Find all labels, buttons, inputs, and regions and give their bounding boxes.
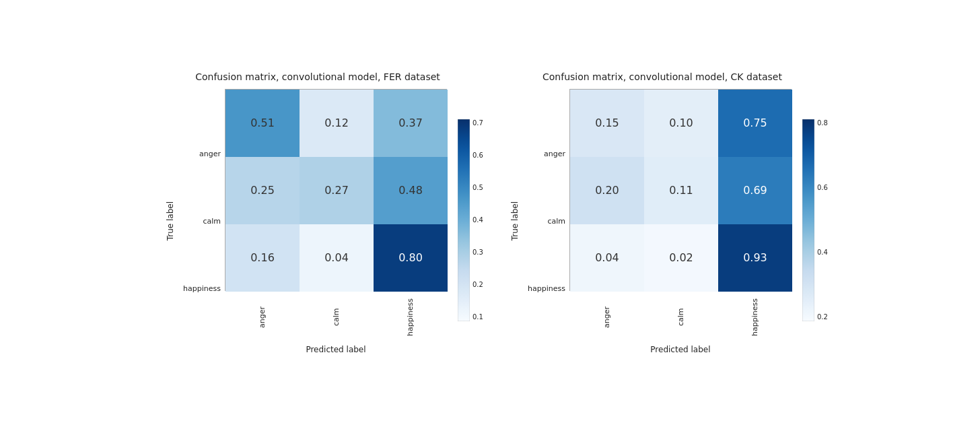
xtick-row-fer: angercalmhappiness (225, 294, 447, 341)
matrix-wrapper-fer: 0.510.120.370.250.270.480.160.040.80ange… (225, 89, 447, 354)
svg-rect-0 (458, 119, 470, 321)
cell-ck-0-0: 0.15 (570, 90, 644, 157)
cell-fer-2-2: 0.80 (374, 224, 448, 292)
cell-ck-0-2: 0.75 (718, 90, 792, 157)
chart-fer: Confusion matrix, convolutional model, F… (166, 71, 470, 354)
page-container: Confusion matrix, convolutional model, F… (139, 58, 841, 368)
colorbar-tick-fer-0.3: 0.3 (473, 249, 483, 256)
chart-body-fer: True labelangercalmhappiness0.510.120.37… (166, 89, 470, 354)
colorbar-tick-fer-0.6: 0.6 (473, 152, 483, 159)
ytick-fer-anger: anger (183, 150, 221, 158)
colorbar-tick-ck-0.2: 0.2 (817, 313, 828, 321)
cell-ck-1-1: 0.11 (644, 157, 718, 224)
matrix-yticks-ck: angercalmhappiness0.150.100.750.200.110.… (528, 89, 792, 354)
x-axis-label-fer: Predicted label (225, 345, 447, 354)
colorbar-tick-fer-0.5: 0.5 (473, 184, 483, 191)
ytick-ck-happiness: happiness (528, 284, 565, 293)
colorbar-ticks-fer: 0.70.60.50.40.30.20.1 (473, 119, 483, 321)
y-axis-label-ck: True label (510, 201, 520, 240)
xtick-ck-happiness: happiness (718, 294, 792, 341)
matrix-grid-ck: 0.150.100.750.200.110.690.040.020.93 (569, 89, 792, 291)
ytick-fer-calm: calm (183, 217, 221, 226)
cell-ck-2-0: 0.04 (570, 224, 644, 292)
colorbar-tick-ck-0.4: 0.4 (817, 249, 828, 256)
matrix-wrapper-ck: 0.150.100.750.200.110.690.040.020.93ange… (569, 89, 792, 354)
colorbar-tick-fer-0.4: 0.4 (473, 216, 483, 224)
ytick-ck-anger: anger (528, 150, 565, 158)
colorbar-fer: 0.70.60.50.40.30.20.1 (458, 119, 470, 324)
chart-body-ck: True labelangercalmhappiness0.150.100.75… (510, 89, 814, 354)
ytick-fer-happiness: happiness (183, 284, 221, 293)
cell-fer-0-2: 0.37 (374, 90, 448, 157)
colorbar-ticks-ck: 0.80.60.40.2 (817, 119, 828, 321)
cell-fer-1-0: 0.25 (225, 157, 300, 224)
cell-ck-1-0: 0.20 (570, 157, 644, 224)
cell-fer-0-1: 0.12 (300, 90, 374, 157)
cell-fer-2-0: 0.16 (225, 224, 300, 292)
matrix-grid-fer: 0.510.120.370.250.270.480.160.040.80 (225, 89, 447, 291)
cell-ck-1-2: 0.69 (718, 157, 792, 224)
colorbar-tick-ck-0.8: 0.8 (817, 119, 828, 127)
chart-title-fer: Confusion matrix, convolutional model, F… (195, 71, 440, 82)
ytick-labels-ck: angercalmhappiness (528, 121, 565, 323)
xtick-fer-anger: anger (225, 294, 299, 341)
chart-title-ck: Confusion matrix, convolutional model, C… (542, 71, 782, 82)
colorbar-svg-ck: 0.80.60.40.2 (802, 119, 814, 324)
colorbar-tick-fer-0.1: 0.1 (473, 313, 483, 321)
xtick-fer-calm: calm (299, 294, 373, 341)
cell-fer-2-1: 0.04 (300, 224, 374, 292)
xtick-row-ck: angercalmhappiness (569, 294, 792, 341)
colorbar-tick-fer-0.7: 0.7 (473, 119, 483, 127)
ytick-ck-calm: calm (528, 217, 565, 226)
xtick-ck-calm: calm (643, 294, 718, 341)
y-axis-label-fer: True label (166, 201, 175, 240)
cell-fer-0-0: 0.51 (225, 90, 300, 157)
svg-rect-1 (802, 119, 814, 321)
cell-ck-0-1: 0.10 (644, 90, 718, 157)
xtick-fer-happiness: happiness (373, 294, 447, 341)
chart-ck: Confusion matrix, convolutional model, C… (510, 71, 814, 354)
cell-fer-1-2: 0.48 (374, 157, 448, 224)
colorbar-ck: 0.80.60.40.2 (802, 119, 814, 324)
ytick-labels-fer: angercalmhappiness (183, 121, 221, 323)
matrix-yticks-fer: angercalmhappiness0.510.120.370.250.270.… (183, 89, 447, 354)
cell-ck-2-1: 0.02 (644, 224, 718, 292)
colorbar-svg-fer: 0.70.60.50.40.30.20.1 (458, 119, 470, 324)
x-axis-label-ck: Predicted label (569, 345, 792, 354)
cell-ck-2-2: 0.93 (718, 224, 792, 292)
xtick-ck-anger: anger (569, 294, 643, 341)
cell-fer-1-1: 0.27 (300, 157, 374, 224)
colorbar-tick-fer-0.2: 0.2 (473, 281, 483, 288)
colorbar-tick-ck-0.6: 0.6 (817, 184, 828, 191)
